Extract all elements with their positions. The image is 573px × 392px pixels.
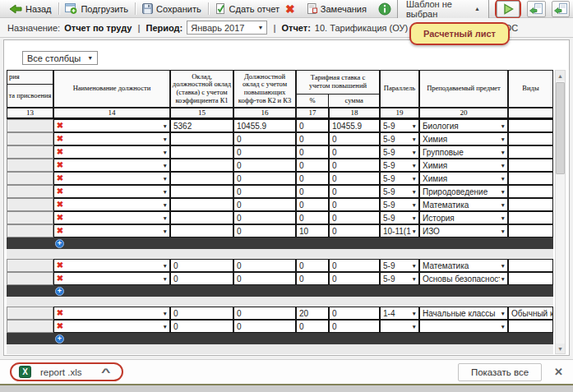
parallel-select[interactable]: 5-9▼	[381, 186, 418, 197]
subject-select[interactable]: Начальные классы▼	[420, 307, 507, 319]
rate-percent-input[interactable]: 0	[296, 159, 329, 172]
salary-k23-input[interactable]: 10455.9	[233, 119, 296, 132]
rate-percent-input[interactable]: 0	[296, 172, 329, 185]
rate-sum-input[interactable]: 0	[329, 224, 380, 238]
salary-k1-input[interactable]	[170, 145, 233, 159]
parallel-select[interactable]: 5-9▼	[381, 159, 418, 171]
class-type-cell[interactable]	[508, 272, 553, 285]
add-row-icon[interactable]: +	[55, 334, 64, 344]
position-select[interactable]: ▼	[66, 307, 169, 319]
salary-k1-input[interactable]	[170, 224, 233, 238]
position-select[interactable]: ▼	[66, 225, 169, 237]
rate-percent-input[interactable]: 0	[296, 320, 329, 333]
delete-row-icon[interactable]: ✖	[54, 133, 66, 145]
position-select[interactable]: ▼	[66, 212, 169, 224]
rate-sum-input[interactable]: 0	[329, 172, 380, 185]
salary-k23-input[interactable]: 0	[233, 145, 296, 159]
parallel-select[interactable]: 5-9▼	[381, 146, 418, 158]
delete-icon[interactable]: ✖	[285, 2, 295, 16]
subject-select[interactable]: Химия▼	[420, 159, 507, 171]
delete-row-icon[interactable]: ✖	[54, 307, 66, 319]
salary-k1-input[interactable]	[170, 211, 233, 224]
class-type-cell[interactable]	[508, 259, 553, 272]
rate-sum-input[interactable]: 0	[329, 159, 380, 172]
class-type-cell[interactable]	[508, 211, 553, 224]
position-select[interactable]: ▼	[66, 146, 169, 158]
back-button[interactable]: Назад	[3, 3, 58, 15]
salary-k23-input[interactable]: 0	[233, 159, 296, 172]
parallel-select[interactable]: 5-9▼	[381, 173, 418, 184]
rate-percent-input[interactable]: 0	[296, 198, 329, 211]
salary-k23-input[interactable]: 0	[233, 272, 296, 285]
salary-k1-input[interactable]	[170, 159, 233, 172]
salary-k1-input[interactable]: 5362	[170, 119, 233, 132]
subject-select[interactable]: История▼	[420, 212, 507, 224]
subject-select[interactable]: Групповые▼	[420, 146, 507, 158]
subject-select[interactable]: Природоведение▼	[420, 186, 507, 197]
delete-row-icon[interactable]: ✖	[54, 273, 66, 284]
parallel-select[interactable]: 5-9▼	[381, 273, 418, 284]
rate-sum-input[interactable]: 0	[329, 211, 380, 224]
salary-k1-input[interactable]: 0	[170, 272, 233, 285]
export-excel-button-2[interactable]	[552, 1, 570, 17]
salary-k23-input[interactable]: 0	[233, 185, 296, 198]
class-type-cell[interactable]	[508, 119, 553, 132]
parallel-select[interactable]: 1-4▼	[381, 307, 418, 319]
delete-row-icon[interactable]: ✖	[54, 173, 66, 184]
rate-sum-input[interactable]: 0	[329, 307, 380, 320]
play-button[interactable]	[497, 1, 520, 17]
subject-select[interactable]: Биология▼	[420, 120, 507, 131]
rate-sum-input[interactable]: 0	[329, 132, 380, 145]
position-select[interactable]: ▼	[66, 186, 169, 197]
position-select[interactable]: ▼	[66, 273, 169, 284]
scrollbar-thumb[interactable]	[556, 82, 565, 174]
remarks-button[interactable]: Замечания	[301, 2, 372, 15]
class-type-cell[interactable]	[508, 172, 553, 185]
salary-k23-input[interactable]: 0	[233, 320, 296, 333]
save-button[interactable]: Сохранить	[136, 2, 207, 15]
parallel-select[interactable]: 5-9▼	[381, 199, 418, 210]
rate-sum-input[interactable]: 0	[329, 145, 380, 159]
scroll-up-icon[interactable]: ▲	[556, 71, 565, 81]
parallel-select[interactable]: ▼	[381, 321, 418, 332]
rate-percent-input[interactable]: 0	[296, 259, 329, 272]
position-select[interactable]: ▼	[66, 199, 169, 210]
salary-k23-input[interactable]: 0	[233, 172, 296, 185]
class-type-cell[interactable]: Обычный кла	[508, 307, 553, 320]
class-type-cell[interactable]	[508, 132, 553, 145]
subject-select[interactable]: Химия▼	[420, 133, 507, 145]
subject-select[interactable]: Основы безопасности▼	[420, 273, 507, 284]
subject-select[interactable]: Математика▼	[420, 260, 507, 271]
delete-row-icon[interactable]: ✖	[54, 146, 66, 158]
export-excel-button[interactable]	[527, 1, 545, 17]
class-type-cell[interactable]	[508, 185, 553, 198]
position-select[interactable]: ▼	[66, 120, 169, 131]
salary-k1-input[interactable]: 0	[170, 259, 233, 272]
rate-sum-input[interactable]: 0	[329, 185, 380, 198]
delete-row-icon[interactable]: ✖	[54, 120, 66, 131]
parallel-select[interactable]: 10-11(12)▼	[381, 225, 418, 237]
rate-percent-input[interactable]: 0	[296, 211, 329, 224]
class-type-cell[interactable]	[508, 198, 553, 211]
downloaded-file-item[interactable]: X report .xls ^	[10, 362, 123, 381]
show-all-downloads-button[interactable]: Показать все	[458, 363, 542, 381]
delete-row-icon[interactable]: ✖	[54, 321, 66, 332]
class-type-cell[interactable]	[508, 159, 553, 172]
subject-select[interactable]: Химия▼	[420, 173, 507, 184]
rate-percent-input[interactable]: 0	[296, 272, 329, 285]
info-icon[interactable]	[378, 2, 391, 16]
salary-k1-input[interactable]	[170, 185, 233, 198]
rate-sum-input[interactable]: 0	[329, 272, 380, 285]
rate-percent-input[interactable]: 0	[296, 119, 329, 132]
rate-percent-input[interactable]: 0	[296, 132, 329, 145]
submit-report-button[interactable]: Сдать отчет	[210, 2, 286, 15]
position-select[interactable]: ▼	[66, 321, 169, 332]
salary-k23-input[interactable]: 0	[233, 224, 296, 238]
chevron-up-icon[interactable]: ^	[101, 366, 110, 378]
delete-row-icon[interactable]: ✖	[54, 186, 66, 197]
salary-k23-input[interactable]: 0	[233, 259, 296, 272]
rate-percent-input[interactable]: 20	[296, 307, 329, 320]
subject-select[interactable]: ▼	[420, 321, 507, 332]
rate-sum-input[interactable]: 10455.9	[329, 119, 380, 132]
period-select[interactable]: Январь 2017 ▼	[187, 21, 267, 35]
